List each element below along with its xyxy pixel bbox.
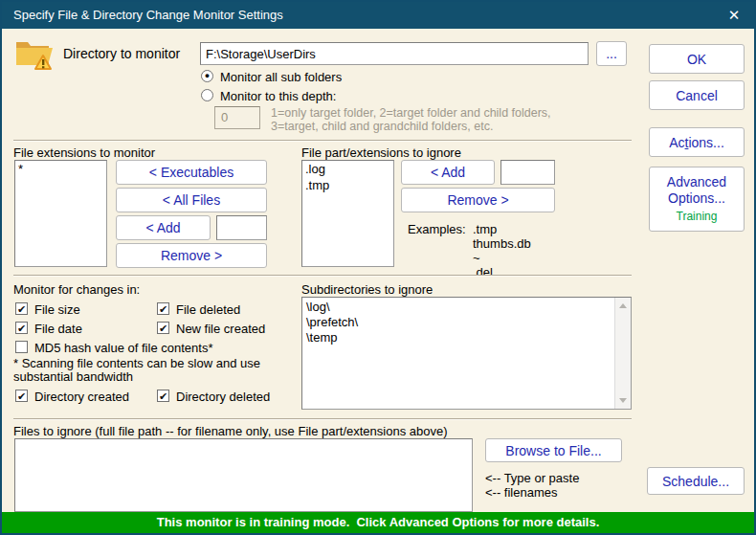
separator — [13, 140, 632, 142]
actions-button-label: Actions... — [669, 135, 724, 150]
separator — [13, 418, 632, 420]
subdirs-textarea[interactable]: \log\ \prefetch\ \temp — [301, 297, 632, 410]
actions-button[interactable]: Actions... — [649, 127, 745, 157]
checkbox-directory-created-label[interactable]: Directory created — [34, 390, 129, 404]
depth-input[interactable]: 0 — [214, 106, 260, 129]
warning-folder-icon — [14, 36, 55, 71]
examples-label: Examples: — [408, 222, 466, 236]
checkbox-file-deleted-label[interactable]: File deleted — [176, 302, 240, 317]
add-executables-button[interactable]: < Executables — [116, 160, 267, 185]
checkbox-new-file-created[interactable]: ✔ — [157, 322, 169, 334]
advanced-options-line2: Options... — [668, 190, 725, 207]
directory-label: Directory to monitor — [63, 46, 180, 61]
checkbox-file-date[interactable]: ✔ — [15, 322, 28, 334]
checkbox-directory-deleted-label[interactable]: Directory deleted — [176, 390, 270, 404]
advanced-options-button[interactable]: Advanced Options... Training — [649, 167, 745, 232]
schedule-button[interactable]: Schedule... — [647, 467, 745, 495]
subdirs-content[interactable]: \log\ \prefetch\ \temp — [302, 298, 614, 409]
checkbox-new-file-created-label[interactable]: New file created — [176, 322, 265, 336]
browse-directory-button[interactable]: ... — [596, 41, 627, 66]
checkbox-file-size[interactable]: ✔ — [15, 302, 28, 315]
ignore-ext-add-input[interactable] — [500, 160, 555, 185]
checkbox-directory-created[interactable]: ✔ — [15, 390, 28, 402]
checkbox-file-deleted[interactable]: ✔ — [157, 302, 169, 315]
subdirs-scrollbar[interactable] — [614, 298, 631, 409]
files-ignore-label: Files to ignore (full file path -- for f… — [13, 424, 448, 438]
example-item: ~ — [473, 251, 531, 265]
browse-to-file-button[interactable]: Browse to File... — [485, 438, 622, 462]
add-extension-button[interactable]: < Add — [116, 215, 211, 240]
checkbox-file-size-label[interactable]: File size — [34, 302, 80, 317]
list-item[interactable]: * — [15, 161, 106, 177]
titlebar: Specify File & Directory Change Monitor … — [2, 2, 754, 29]
radio-monitor-all-subfolders-label[interactable]: Monitor all sub folders — [220, 70, 342, 84]
subdirs-label: Subdirectories to ignore — [301, 282, 433, 297]
files-ignore-textarea[interactable] — [14, 438, 473, 512]
close-icon[interactable]: ✕ — [718, 2, 750, 29]
scan-note-line2: substantial bandwidth — [13, 369, 133, 384]
remove-extension-button[interactable]: Remove > — [116, 243, 267, 268]
add-all-files-button[interactable]: < All Files — [116, 188, 267, 212]
changes-label: Monitor for changes in: — [13, 282, 140, 297]
example-item: .del — [473, 265, 531, 279]
dialog-title: Specify File & Directory Change Monitor … — [13, 8, 283, 22]
scrollbar-down-icon[interactable] — [619, 398, 627, 403]
files-hint-line2: <-- filenames — [485, 485, 558, 500]
ok-button[interactable]: OK — [649, 44, 745, 74]
remove-ignore-ext-button[interactable]: Remove > — [401, 188, 555, 212]
checkbox-file-date-label[interactable]: File date — [34, 322, 82, 336]
ignore-ext-listbox[interactable]: .log .tmp — [301, 160, 394, 267]
change-monitor-settings-dialog: Specify File & Directory Change Monitor … — [0, 0, 756, 535]
radio-monitor-all-subfolders[interactable]: ● — [201, 70, 213, 82]
examples-list: .tmp thumbs.db ~ .del — [473, 222, 531, 279]
training-status-badge: Training — [677, 209, 718, 225]
list-item[interactable]: .log — [302, 161, 393, 177]
directory-input[interactable] — [200, 42, 589, 65]
extension-add-input[interactable] — [216, 215, 267, 240]
ignore-ext-label: File part/extensions to ignore — [301, 145, 461, 160]
scan-note-line1: * Scanning file contents can be slow and… — [13, 356, 260, 370]
files-hint-line1: <-- Type or paste — [485, 471, 579, 485]
extensions-label: File extensions to monitor — [13, 145, 155, 160]
example-item: .tmp — [473, 222, 531, 236]
separator — [13, 275, 632, 277]
checkbox-directory-deleted[interactable]: ✔ — [157, 390, 169, 402]
list-item[interactable]: .tmp — [302, 177, 393, 193]
example-item: thumbs.db — [473, 236, 531, 251]
radio-monitor-to-depth[interactable] — [201, 89, 213, 101]
advanced-options-line1: Advanced — [667, 174, 726, 190]
checkbox-md5-hash[interactable] — [15, 341, 28, 353]
add-ignore-ext-button[interactable]: < Add — [401, 160, 495, 185]
checkbox-md5-hash-label[interactable]: MD5 hash value of file contents* — [34, 341, 212, 355]
depth-hint-line2: 3=target, child and grandchild folders, … — [271, 120, 493, 133]
training-mode-statusbar: This monitor is in training mode. Click … — [2, 512, 754, 533]
radio-monitor-to-depth-label[interactable]: Monitor to this depth: — [220, 89, 336, 103]
scrollbar-up-icon[interactable] — [619, 303, 627, 308]
depth-hint-line1: 1=only target folder, 2=target folder an… — [271, 106, 551, 120]
cancel-button[interactable]: Cancel — [649, 80, 745, 110]
extensions-listbox[interactable]: * — [14, 160, 107, 267]
